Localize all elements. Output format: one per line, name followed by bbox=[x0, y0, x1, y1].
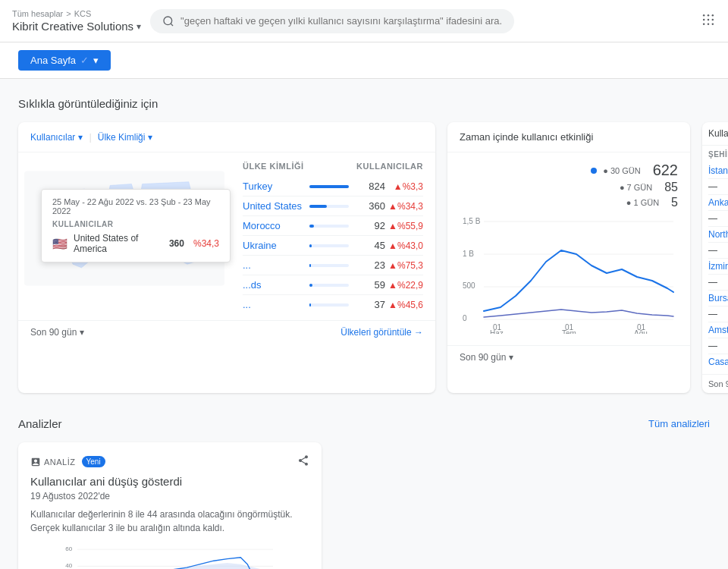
country-name[interactable]: ...ds bbox=[243, 279, 303, 291]
x-label-tem-month: Tem bbox=[562, 329, 576, 334]
mini-row[interactable]: — bbox=[708, 211, 728, 227]
metric-label-1d: ● 1 GÜN bbox=[626, 198, 659, 207]
check-icon: ✓ bbox=[80, 55, 89, 66]
property-full-name: Kibrit Creative Solutions bbox=[12, 20, 133, 33]
world-map-container: 25 May - 22 Ağu 2022 vs. 23 Şub - 23 May… bbox=[18, 152, 231, 304]
top-navigation: Tüm hesaplar > KCS Kibrit Creative Solut… bbox=[0, 0, 728, 42]
cards-row: Kullanıcılar ▾ | Ülke Kimliği ▾ bbox=[18, 122, 710, 393]
country-value: 360 bbox=[355, 200, 385, 212]
property-logo: Tüm hesaplar > KCS Kibrit Creative Solut… bbox=[12, 9, 141, 33]
mini-row[interactable]: — bbox=[708, 275, 728, 291]
analizler-link[interactable]: Tüm analizleri bbox=[648, 418, 710, 429]
bar-row bbox=[309, 225, 349, 228]
home-button[interactable]: Ana Sayfa ✓ ▾ bbox=[18, 50, 111, 71]
y-label-500: 500 bbox=[463, 281, 475, 290]
analysis-y-60: 60 bbox=[65, 545, 72, 552]
mini-card: Kulla... ŞEHİR İstanb... — Ankar... — No… bbox=[702, 122, 728, 393]
mini-row[interactable]: North... bbox=[708, 227, 728, 243]
frequently-viewed-title: Sıklıkla görüntülediğiniz için bbox=[18, 97, 710, 110]
country-name[interactable]: Ukraine bbox=[243, 240, 303, 251]
chart-card-header: Zaman içinde kullanıcı etkinliği bbox=[447, 122, 690, 152]
svg-point-10 bbox=[712, 24, 714, 26]
metric-label-7d: ● 7 GÜN bbox=[620, 183, 652, 192]
country-value: 45 bbox=[355, 240, 385, 251]
property-name[interactable]: Kibrit Creative Solutions ▾ bbox=[12, 20, 141, 33]
chart-body: ● 30 GÜN 622 ● 7 GÜN 85 ● 1 GÜN 5 bbox=[447, 152, 690, 345]
table-header-users: KULLANICILAR bbox=[356, 162, 423, 171]
search-input[interactable] bbox=[180, 15, 502, 27]
country-label: Ülke Kimliği bbox=[98, 132, 146, 143]
property-dropdown-icon[interactable]: ▾ bbox=[136, 21, 141, 32]
bar-bg bbox=[309, 284, 349, 287]
line-chart-svg: 1,5 B 1 B 500 0 01 Haz 01 bbox=[460, 212, 678, 334]
analizler-header: Analizler Tüm analizleri bbox=[18, 417, 710, 430]
mini-row[interactable]: — bbox=[708, 179, 728, 195]
table-row: Ukraine 45 ▲%43,0 bbox=[243, 236, 423, 256]
bar-fill bbox=[309, 225, 314, 228]
chart-footer-period[interactable]: Son 90 gün ▾ bbox=[460, 352, 513, 363]
analysis-description: Kullanıcılar değerlerinin 8 ile 44 arası… bbox=[30, 508, 309, 535]
grid-icon[interactable] bbox=[701, 12, 716, 30]
search-bar[interactable] bbox=[150, 9, 514, 33]
country-filter-button[interactable]: Ülke Kimliği ▾ bbox=[98, 132, 153, 143]
country-change: ▲%22,9 bbox=[385, 280, 423, 291]
svg-point-7 bbox=[712, 19, 714, 21]
country-dropdown-icon: ▾ bbox=[148, 132, 152, 143]
metric-row-7d: ● 7 GÜN 85 bbox=[620, 181, 678, 194]
filter-separator: | bbox=[89, 131, 91, 143]
metric-dot-30d bbox=[591, 168, 597, 174]
bar-bg bbox=[309, 303, 349, 307]
mini-card-footer: Son 9... bbox=[702, 374, 728, 393]
svg-point-5 bbox=[703, 19, 705, 21]
mini-footer-period: Son 9... bbox=[708, 379, 728, 388]
x-label-haz-month: Haz bbox=[490, 329, 504, 334]
analiz-text: ANALİZ bbox=[44, 457, 76, 467]
table-row: United States 360 ▲%34,3 bbox=[243, 196, 423, 216]
tooltip-flag: 🇺🇸 bbox=[52, 237, 67, 251]
svg-point-4 bbox=[712, 14, 714, 17]
country-change: ▲%34,3 bbox=[385, 201, 423, 212]
tooltip-value: 360 bbox=[169, 238, 184, 249]
country-name[interactable]: ... bbox=[243, 299, 303, 310]
mini-row[interactable]: İstanb... bbox=[708, 163, 728, 179]
mini-row[interactable]: Bursa... bbox=[708, 291, 728, 307]
map-tooltip: 25 May - 22 Ağu 2022 vs. 23 Şub - 23 May… bbox=[41, 189, 231, 262]
share-icon[interactable] bbox=[297, 454, 309, 469]
breadcrumb-separator: > bbox=[66, 9, 71, 18]
mini-row[interactable]: Casal... bbox=[708, 354, 728, 369]
country-name[interactable]: United States bbox=[243, 200, 303, 212]
footer-period-selector[interactable]: Son 90 gün ▾ bbox=[30, 327, 84, 338]
new-badge: Yeni bbox=[82, 456, 105, 467]
metric-value-30d: 622 bbox=[653, 162, 678, 179]
mini-row[interactable]: Amst... bbox=[708, 322, 728, 338]
country-name[interactable]: ... bbox=[243, 259, 303, 271]
chart-title: Zaman içinde kullanıcı etkinliği bbox=[460, 131, 593, 143]
tooltip-country: United States of America bbox=[74, 233, 163, 254]
mini-card-title: Kulla... bbox=[708, 128, 728, 139]
tooltip-label: KULLANICILAR bbox=[52, 220, 219, 228]
tooltip-date: 25 May - 22 Ağu 2022 vs. 23 Şub - 23 May… bbox=[52, 197, 219, 215]
country-change: ▲%45,6 bbox=[385, 300, 423, 310]
table-row: Morocco 92 ▲%55,9 bbox=[243, 216, 423, 236]
view-countries-link[interactable]: Ülkeleri görüntüle → bbox=[340, 327, 423, 338]
country-name[interactable]: Turkey bbox=[243, 181, 303, 192]
mini-row[interactable]: İzmir... bbox=[708, 259, 728, 275]
mini-row[interactable]: — bbox=[708, 243, 728, 259]
country-value: 59 bbox=[355, 279, 385, 291]
bar-bg bbox=[309, 205, 349, 208]
chart-metrics: ● 30 GÜN 622 ● 7 GÜN 85 ● 1 GÜN 5 bbox=[591, 162, 678, 209]
users-filter-button[interactable]: Kullanıcılar ▾ bbox=[30, 132, 83, 143]
table-row: Turkey 824 ▲%3,3 bbox=[243, 177, 423, 196]
map-card-header: Kullanıcılar ▾ | Ülke Kimliği ▾ bbox=[18, 122, 435, 152]
users-label: Kullanıcılar bbox=[30, 132, 75, 143]
mini-row[interactable]: — bbox=[708, 307, 728, 322]
users-dropdown-icon: ▾ bbox=[78, 132, 83, 143]
bar-bg bbox=[309, 264, 349, 267]
country-name[interactable]: Morocco bbox=[243, 220, 303, 231]
svg-point-9 bbox=[708, 24, 710, 26]
mini-row[interactable]: Ankar... bbox=[708, 195, 728, 211]
bar-bg bbox=[309, 225, 349, 228]
mini-row[interactable]: — bbox=[708, 338, 728, 354]
analiz-label: ANALİZ bbox=[30, 457, 76, 467]
main-content: Sıklıkla görüntülediğiniz için Kullanıcı… bbox=[0, 79, 728, 569]
